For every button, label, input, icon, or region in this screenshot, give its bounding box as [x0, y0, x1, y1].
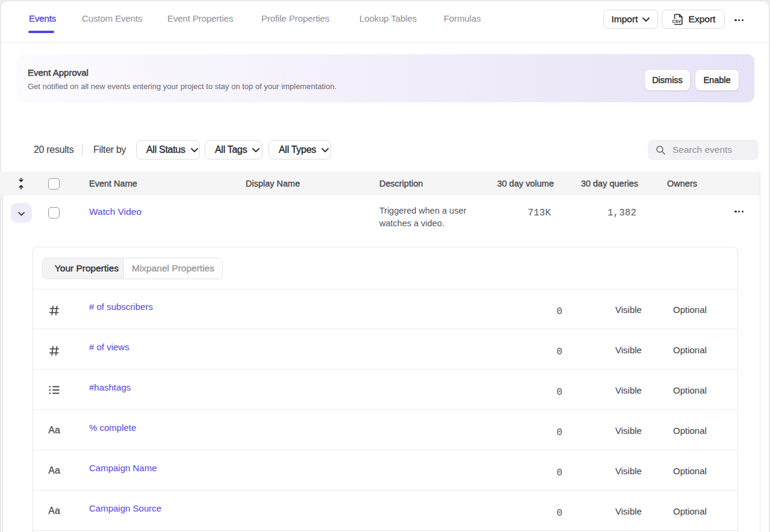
svg-text:CSV: CSV	[672, 19, 681, 24]
